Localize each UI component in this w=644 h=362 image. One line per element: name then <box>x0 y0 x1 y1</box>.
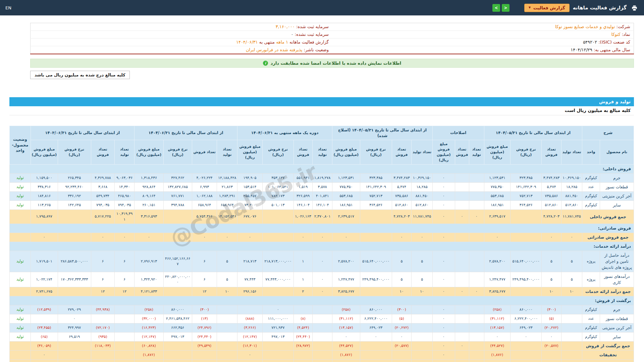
value-cell: ۵۱۲,۸۶۰ <box>561 201 582 210</box>
value-cell: ۱,۷۹۵,۸۹۷ <box>31 210 58 224</box>
value-cell: ۱۴۱,۶۴۲,۳۰۹ <box>511 183 542 192</box>
value-cell: ۷۷,۴۴۳ <box>237 272 263 287</box>
product-name-cell: جمع <box>582 360 634 362</box>
value-cell: ۴,۳۶۹,۷۸۸ <box>91 174 115 183</box>
value-cell: ۵ <box>217 251 237 272</box>
report-type-dropdown[interactable]: گزارش فعالیت ▼ <box>524 4 570 12</box>
value-cell <box>469 342 484 351</box>
value-cell: ۸۶۰,۰۰۰ <box>511 305 542 314</box>
value-cell: ۴,۱۲۱,۸۳۳ <box>134 287 163 296</box>
value-cell <box>360 360 392 362</box>
value-cell <box>455 333 469 342</box>
value-cell: ۳۲۳,۳۸۵ <box>511 174 542 183</box>
value-cell: ۳۶۴,۵۲۶ <box>360 201 392 210</box>
value-cell: ۱,۸۱۹,۲۷۸ <box>313 174 332 183</box>
value-cell: ۶۹,۵۱۹ <box>58 333 91 342</box>
value-cell: ۱,۰۲۲,۱۷۴ <box>31 272 58 287</box>
value-cell: ۵ <box>561 251 582 272</box>
status-cell: تولید <box>10 183 31 192</box>
value-cell <box>412 333 433 342</box>
value-cell: ۱۸۶,۹۵۱ <box>484 201 511 210</box>
status-cell: تولید <box>10 272 31 287</box>
value-cell: ۱۱۱,۰۰۰,۰۰۰ <box>262 314 293 323</box>
value-cell: ۶۴۹,۰۲۳ <box>360 323 392 333</box>
value-cell: (۳,۲۶۶) <box>237 323 263 333</box>
info-link[interactable]: ۱۴۰۴/۰۶/۳۱ <box>236 40 258 45</box>
value-cell: ۱۴۶,۱۰۴ <box>313 201 332 210</box>
value-cell <box>542 351 561 360</box>
value-cell: ۶,۴۱۸,۷۹۱ <box>484 360 511 362</box>
table-row: آجر کربن منیزیتیکیلوگرم(۲۰,۲۷۲)۶۴۹,۰۲۳(۱… <box>10 323 634 333</box>
value-cell: ۸۶۰,۰۰۰ <box>163 305 192 314</box>
product-name-cell: جرم <box>600 305 634 314</box>
value-cell <box>455 323 469 333</box>
info-text: کد صنعت (ISIC): <box>597 40 630 45</box>
column-header: مبلغ فروش (میلیون ریال) <box>484 140 511 165</box>
value-cell <box>412 314 433 323</box>
value-cell: ۷۸۲,۱۷۳ <box>262 192 293 201</box>
page-content: شرکت: تولیدي و خدمات صنایع نسوز توکاسرما… <box>0 15 644 362</box>
group-header: از ابتدای سال مالی تا تاریخ ۱۴۰۴/۰۶/۳۱ <box>134 126 237 140</box>
column-header: نرخ فروش (ریال) <box>163 140 192 165</box>
value-cell: ۱۰ <box>542 287 561 296</box>
value-cell: ۷۳,۲۰۰ <box>237 201 263 210</box>
previous-period-button[interactable]: < <box>492 4 500 12</box>
period-nav-buttons: > < <box>492 4 509 12</box>
value-cell: (۳۶,۰۵۹) <box>31 342 58 351</box>
value-cell: ۰ <box>484 233 511 242</box>
value-cell <box>163 342 192 351</box>
section-row: برگشت از فروش: <box>10 296 634 305</box>
value-cell: ۹۲,۲۳۴,۴۶۰ <box>58 183 91 192</box>
value-cell: ۱,۵۱۹ <box>293 183 313 192</box>
value-cell <box>455 174 469 183</box>
value-cell: ۰ <box>432 201 455 210</box>
value-cell <box>293 351 313 360</box>
info-link[interactable]: ۱ ماهه <box>276 40 288 45</box>
value-cell: ۰ <box>432 192 455 201</box>
value-cell: (۱۳,۱۵۷) <box>484 323 511 333</box>
value-cell: ۷۹۴,۰۳۵ <box>91 201 115 210</box>
column-header: تعداد تولید <box>217 140 237 165</box>
info-link[interactable]: تولیدي و خدمات صنایع نسوز توکا <box>555 24 615 29</box>
value-cell: (۱۲,۵۳۹) <box>31 305 58 314</box>
value-cell: (۷۲,۱۷۰) <box>91 323 115 333</box>
info-link[interactable]: ۳,۱۶۰,۰۰۰ <box>276 24 295 29</box>
value-cell <box>262 351 293 360</box>
value-cell: ۰ <box>31 233 58 242</box>
product-name-cell: قطعات نسوز <box>600 183 634 192</box>
value-cell: ۳,۶۶۸ <box>91 183 115 192</box>
language-switch[interactable]: EN <box>5 5 11 10</box>
info-cell-right: شرکت: تولیدي و خدمات صنایع نسوز توکا <box>332 23 634 31</box>
value-cell: ۱۸۴,۸۱۶ <box>31 192 58 201</box>
value-cell <box>412 351 433 360</box>
value-cell <box>217 314 237 323</box>
value-cell: ۲۲۰,۸۲۰,۰۰۰,۰۰۰ <box>163 272 192 287</box>
value-cell: (۸۸۸) <box>237 314 263 323</box>
main-thead: شرحاز ابتدای سال مالی تا تاریخ ۱۴۰۴/۰۵/۳… <box>10 126 634 165</box>
value-cell: ۵ <box>392 251 412 272</box>
value-cell: (۱۱۸,۰۴۳) <box>91 342 115 351</box>
value-cell: ۰ <box>58 314 91 323</box>
value-cell: ۵,۴۷۴ <box>392 183 412 192</box>
table-row: قطعات نسوزعدد(۵)۶,۲۲۲,۴۰۰,۰۰۰(۳۱,۱۱۲)۰(۵… <box>10 314 634 323</box>
info-link[interactable]: پذیرفته شده در فرابورس ایران <box>246 47 303 52</box>
print-button[interactable] <box>630 3 639 12</box>
value-cell: ۴۹۷,۰۱۳ <box>262 333 293 342</box>
value-cell: (۱۲,۱۴۷) <box>237 333 263 342</box>
value-cell <box>469 251 484 272</box>
value-cell <box>58 342 91 351</box>
next-period-button[interactable]: > <box>502 4 509 12</box>
value-cell <box>455 192 469 201</box>
product-name-cell: جرم <box>600 174 634 183</box>
section-label: درآمد ارائه خدمات: <box>10 242 634 251</box>
value-cell: ۲,۷۴۱,۶۷۵ <box>31 287 58 296</box>
value-cell: ۳۲۷,۴۶۲ <box>163 174 192 183</box>
value-cell: ۲,۶۳۹,۵۱۷ <box>332 210 360 224</box>
info-text: منتهی به <box>258 40 276 45</box>
value-cell: ۷۵۲,۷۱۳ <box>511 192 542 201</box>
column-header: تعداد تولید <box>313 140 332 165</box>
info-link[interactable]: کتوکا <box>611 32 621 37</box>
value-cell: ۵۴۹,۷۳۴ <box>91 192 115 201</box>
value-cell: ۲۹۶,۱۵۶ <box>237 287 263 296</box>
column-header: مبلغ فروش (میلیون ریال) <box>31 140 58 165</box>
